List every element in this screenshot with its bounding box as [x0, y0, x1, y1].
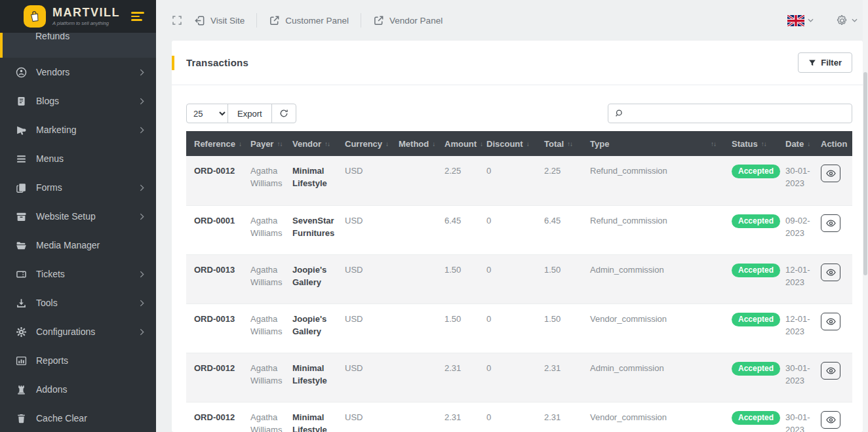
- chevron-right-icon: [140, 300, 144, 307]
- column-header-total[interactable]: Total↑↓: [536, 131, 582, 156]
- column-header-currency[interactable]: Currency↓: [337, 131, 391, 156]
- cell-amount: 1.50: [437, 304, 479, 353]
- column-header-method[interactable]: Method↓: [391, 131, 437, 156]
- column-header-discount[interactable]: Discount↓: [479, 131, 536, 156]
- sidebar-item-label: Menus: [36, 153, 64, 164]
- website-setup-icon: [16, 211, 27, 222]
- column-header-payer[interactable]: Payer↑↓: [243, 131, 285, 156]
- cell-date: 12-01-2023: [778, 254, 813, 304]
- brand-tagline: A platform to sell anything: [52, 20, 120, 26]
- title-accent-bar: [172, 56, 174, 70]
- visit-site-link[interactable]: Visit Site: [194, 15, 245, 26]
- sidebar-item-media-manager[interactable]: Media Manager: [0, 231, 156, 260]
- sidebar-item-label: Marketing: [36, 125, 76, 135]
- per-page-select[interactable]: 25: [186, 104, 228, 123]
- customer-panel-link[interactable]: Customer Panel: [269, 15, 349, 26]
- cell-reference: ORD-0001: [186, 205, 243, 254]
- sidebar-item-cache-clear[interactable]: Cache Clear: [0, 404, 156, 432]
- cell-action: [813, 156, 852, 205]
- addons-icon: [16, 384, 27, 395]
- cell-status: Accepted: [724, 205, 778, 254]
- sidebar-item-menus[interactable]: Menus: [0, 144, 156, 173]
- visit-site-icon: [194, 15, 205, 26]
- cell-reference: ORD-0012: [186, 353, 243, 402]
- cell-total: 2.25: [536, 156, 582, 205]
- sidebar-item-configurations[interactable]: Configurations: [0, 317, 156, 346]
- column-header-type[interactable]: Type↑↓: [582, 131, 724, 156]
- cell-status: Accepted: [724, 254, 778, 304]
- search-box: [608, 104, 852, 123]
- eye-icon: [826, 415, 836, 425]
- column-header-amount[interactable]: Amount↓: [437, 131, 479, 156]
- sidebar-item-reports[interactable]: Reports: [0, 346, 156, 375]
- sidebar-item-label: Media Manager: [36, 240, 100, 250]
- search-input[interactable]: [628, 108, 845, 119]
- sidebar-item-label: Addons: [36, 384, 67, 395]
- cell-date: 30-01-2023: [778, 402, 813, 432]
- view-button[interactable]: [821, 214, 840, 232]
- cell-payer: Agatha Williams: [243, 402, 285, 432]
- scrollbar-thumb[interactable]: [863, 72, 867, 275]
- cell-action: [813, 254, 852, 304]
- view-button[interactable]: [821, 362, 840, 380]
- fullscreen-button[interactable]: [172, 15, 182, 26]
- table-row: ORD-0012 Agatha Williams Minimal Lifesty…: [186, 353, 852, 402]
- sidebar-toggle-icon[interactable]: [131, 12, 144, 21]
- content-area: Transactions Filter 25 Export: [156, 41, 868, 432]
- page-title: Transactions: [186, 57, 248, 68]
- settings-menu[interactable]: [836, 14, 858, 27]
- tickets-icon: [16, 269, 27, 280]
- column-header-status[interactable]: Status↑↓: [724, 131, 778, 156]
- menus-icon: [16, 153, 27, 165]
- cell-currency: USD: [337, 353, 391, 402]
- view-button[interactable]: [821, 165, 840, 182]
- card-body: 25 Export: [172, 85, 863, 432]
- cell-method: [391, 304, 437, 353]
- sidebar: MARTVILL A platform to sell anything Ref…: [0, 0, 156, 432]
- sidebar-item-addons[interactable]: Addons: [0, 375, 156, 404]
- cell-type: Admin_commission: [582, 254, 724, 304]
- sidebar-item-forms[interactable]: Forms: [0, 173, 156, 202]
- cell-payer: Agatha Williams: [243, 205, 285, 254]
- language-selector[interactable]: [787, 15, 814, 26]
- sidebar-item-label: Refunds: [35, 33, 69, 43]
- brand: MARTVILL A platform to sell anything: [0, 0, 156, 33]
- cell-amount: 2.31: [437, 353, 479, 402]
- view-button[interactable]: [821, 313, 840, 330]
- configurations-icon: [16, 326, 27, 338]
- main-area: Visit Site Customer Panel Vendor Panel: [156, 0, 868, 432]
- sidebar-item-refunds[interactable]: Refunds: [0, 33, 156, 58]
- eye-icon: [826, 366, 836, 376]
- sort-arrows-icon: ↑↓: [325, 140, 330, 147]
- sidebar-item-marketing[interactable]: Marketing: [0, 115, 156, 144]
- cell-method: [391, 353, 437, 402]
- sidebar-item-website-setup[interactable]: Website Setup: [0, 202, 156, 231]
- chevron-right-icon: [140, 213, 144, 220]
- cache-clear-icon: [16, 413, 27, 424]
- refresh-button[interactable]: [271, 104, 296, 123]
- fullscreen-icon: [172, 15, 182, 26]
- sidebar-item-vendors[interactable]: Vendors: [0, 58, 156, 87]
- sidebar-menu: Refunds Vendors Blogs Marketing Menus Fo…: [0, 33, 156, 432]
- sort-arrows-icon: ↑↓: [277, 140, 282, 147]
- sort-arrows-icon: ↑↓: [711, 140, 716, 147]
- brand-logo: [24, 5, 46, 28]
- cell-payer: Agatha Williams: [243, 304, 285, 353]
- vendor-panel-link[interactable]: Vendor Panel: [373, 15, 443, 26]
- view-button[interactable]: [821, 411, 840, 429]
- cell-method: [391, 254, 437, 304]
- view-button[interactable]: [821, 264, 840, 281]
- filter-button[interactable]: Filter: [798, 52, 852, 73]
- status-badge: Accepted: [732, 411, 780, 425]
- sidebar-item-blogs[interactable]: Blogs: [0, 87, 156, 115]
- cell-type: Refund_commission: [582, 156, 724, 205]
- export-button[interactable]: Export: [227, 104, 272, 123]
- forms-icon: [16, 182, 27, 193]
- column-header-reference[interactable]: Reference↓: [186, 131, 243, 156]
- topbar-links: Visit Site Customer Panel Vendor Panel: [194, 13, 443, 28]
- sidebar-item-tools[interactable]: Tools: [0, 288, 156, 317]
- column-header-vendor[interactable]: Vendor↑↓: [285, 131, 337, 156]
- column-header-date[interactable]: Date↓: [778, 131, 813, 156]
- sidebar-item-label: Vendors: [36, 67, 69, 77]
- sidebar-item-tickets[interactable]: Tickets: [0, 260, 156, 288]
